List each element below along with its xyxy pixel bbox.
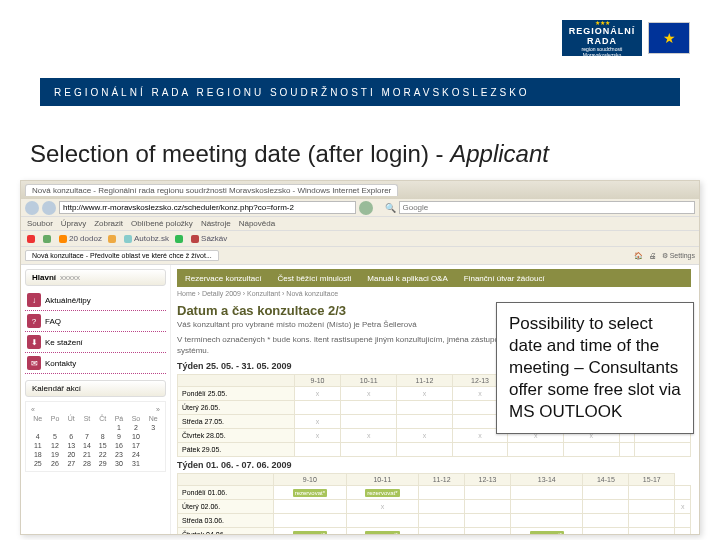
- slot-empty: [346, 514, 419, 528]
- main-nav: Rezervace konzultacíČest běžící minulost…: [177, 269, 691, 287]
- mini-calendar[interactable]: « » NePoÚtStČtPáSoNe12345678910111213141…: [25, 401, 166, 472]
- menu-item[interactable]: Soubor: [27, 219, 53, 228]
- day-label: Úterý 02.06.: [178, 500, 274, 514]
- slot-free[interactable]: rezervovat*: [274, 528, 347, 534]
- main-nav-item[interactable]: Čest běžící minulosti: [269, 274, 359, 283]
- toolbar-item[interactable]: [27, 235, 37, 243]
- title-main: Selection of meeting date (after login) …: [30, 140, 450, 167]
- browser-titlebar: Nová konzultace - Regionální rada region…: [21, 181, 699, 199]
- slot-empty: [629, 514, 675, 528]
- toolbar-item[interactable]: [108, 235, 118, 243]
- slot-empty: [583, 514, 629, 528]
- slot-empty: [397, 443, 453, 457]
- slot-empty: [419, 486, 465, 500]
- sidebar-item[interactable]: ?FAQ: [25, 311, 166, 332]
- slot-free[interactable]: rezervovat*: [510, 528, 583, 534]
- cal-next[interactable]: »: [156, 406, 160, 413]
- slot-unavail: x: [346, 500, 419, 514]
- slot-empty: [294, 443, 341, 457]
- slot-unavail: x: [341, 429, 397, 443]
- slot-free[interactable]: rezervovat*: [346, 486, 419, 500]
- slot-empty: [465, 486, 511, 500]
- back-button[interactable]: [25, 201, 39, 215]
- rr-name: REGIONÁLNÍ RADA: [564, 26, 640, 46]
- sidebar-item[interactable]: ⬇Ke stažení: [25, 332, 166, 353]
- slot-empty: [675, 514, 691, 528]
- print-icon[interactable]: 🖨: [649, 252, 656, 259]
- page-title: Selection of meeting date (after login) …: [30, 140, 549, 168]
- sidebar-item-label: Kontakty: [45, 359, 76, 368]
- toolbar-item[interactable]: Autobz.sk: [124, 234, 169, 243]
- slot-empty: [341, 443, 397, 457]
- browser-doc-tabs: Nová konzultace - Předvolte oblast ve kt…: [21, 247, 699, 265]
- rr-stars-icon: ★★★: [595, 19, 610, 26]
- day-label: Pondělí 01.06.: [178, 486, 274, 500]
- browser-toolbar: 20 dodozAutobz.skSázkáv: [21, 231, 699, 247]
- main-nav-item[interactable]: Finanční útvar žádoucí: [456, 274, 553, 283]
- regionalni-rada-logo: ★★★ REGIONÁLNÍ RADA region soudržnosti M…: [562, 20, 642, 56]
- slot-empty: [465, 514, 511, 528]
- toolbar-item[interactable]: Sázkáv: [191, 234, 227, 243]
- slot-empty: [510, 500, 583, 514]
- slot-empty: [583, 500, 629, 514]
- slot-empty: [583, 528, 629, 534]
- slot-empty: [465, 500, 511, 514]
- sidebar-head[interactable]: Hlavní xxxxx: [25, 269, 166, 286]
- day-label: Pondělí 25.05.: [178, 387, 295, 401]
- menu-item[interactable]: Úpravy: [61, 219, 86, 228]
- slot-unavail: x: [397, 387, 453, 401]
- menu-item[interactable]: Nástroje: [201, 219, 231, 228]
- sidebar-item-label: Ke stažení: [45, 338, 83, 347]
- slot-free[interactable]: rezervovat*: [346, 528, 419, 534]
- day-label: Středa 03.06.: [178, 514, 274, 528]
- top-logos: ★★★ REGIONÁLNÍ RADA region soudržnosti M…: [562, 20, 690, 56]
- mini-calendar-table[interactable]: NePoÚtStČtPáSoNe123456789101112131415161…: [29, 414, 162, 468]
- slot-unavail: x: [294, 415, 341, 429]
- day-label: Středa 27.05.: [178, 415, 295, 429]
- fwd-button[interactable]: [42, 201, 56, 215]
- slot-empty: [419, 500, 465, 514]
- sidebar-item-label: FAQ: [45, 317, 61, 326]
- sidebar-icon: ↓: [27, 293, 41, 307]
- sidebar-icon: ⬇: [27, 335, 41, 349]
- slot-empty: [419, 528, 465, 534]
- sidebar-calendar-title: Kalendář akcí: [25, 380, 166, 397]
- browser-menu: Soubor Úpravy Zobrazit Oblíbené položky …: [21, 217, 699, 231]
- title-applicant: Applicant: [450, 140, 549, 167]
- sidebar-item[interactable]: ✉Kontakty: [25, 353, 166, 374]
- day-label: Čtvrtek 04.06.: [178, 528, 274, 534]
- refresh-button[interactable]: [359, 201, 373, 215]
- slot-empty: [675, 486, 691, 500]
- main-nav-item[interactable]: Rezervace konzultací: [177, 274, 269, 283]
- day-label: Pátek 29.05.: [178, 443, 295, 457]
- schedule-table-week2[interactable]: 9-1010-1111-1212-1313-1414-1515-17Ponděl…: [177, 473, 691, 534]
- search-input[interactable]: [399, 201, 696, 214]
- slot-empty: [675, 528, 691, 534]
- slot-empty: [619, 443, 635, 457]
- breadcrumb: Home › Detaily 2009 › Konzultant › Nová …: [177, 287, 691, 300]
- settings-link[interactable]: ⚙ Settings: [662, 252, 695, 260]
- home-icon[interactable]: 🏠: [634, 252, 643, 260]
- header-bar: REGIONÁLNÍ RADA REGIONU SOUDRŽNOSTI MORA…: [40, 78, 680, 106]
- day-label: Úterý 26.05.: [178, 401, 295, 415]
- day-label: Čtvrtek 28.05.: [178, 429, 295, 443]
- toolbar-item[interactable]: 20 dodoz: [59, 234, 102, 243]
- toolbar-item[interactable]: [175, 235, 185, 243]
- main-nav-item[interactable]: Manuál k aplikaci O&A: [359, 274, 455, 283]
- menu-item[interactable]: Nápověda: [239, 219, 275, 228]
- slot-free[interactable]: rezervovat*: [274, 486, 347, 500]
- menu-item[interactable]: Zobrazit: [94, 219, 123, 228]
- menu-item[interactable]: Oblíbené položky: [131, 219, 193, 228]
- search-icon: 🔍: [385, 203, 396, 213]
- slot-empty: [510, 514, 583, 528]
- sidebar-item[interactable]: ↓Aktuálně/tipy: [25, 290, 166, 311]
- sidebar-item-label: Aktuálně/tipy: [45, 296, 91, 305]
- slot-unavail: x: [397, 429, 453, 443]
- cal-prev[interactable]: «: [31, 406, 35, 413]
- url-input[interactable]: [59, 201, 356, 214]
- doc-tab[interactable]: Nová konzultace - Předvolte oblast ve kt…: [25, 250, 219, 261]
- toolbar-item[interactable]: [43, 235, 53, 243]
- slot-empty: [629, 486, 675, 500]
- slot-empty: [629, 528, 675, 534]
- slot-empty: [510, 486, 583, 500]
